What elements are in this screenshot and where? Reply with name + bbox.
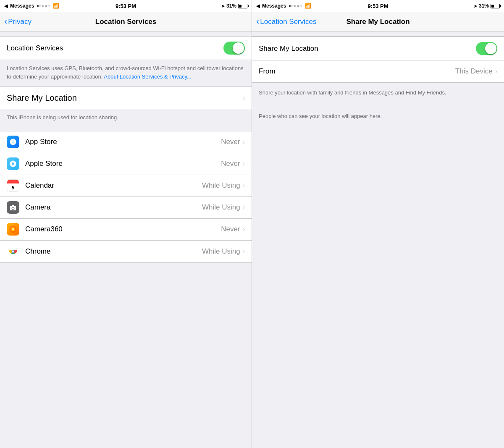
app-row-applestore[interactable]: Apple Store Never › xyxy=(0,153,252,175)
right-panel: Share My Location From This Device › Sha… xyxy=(252,32,504,448)
app-row-calendar[interactable]: 5 Calendar While Using › xyxy=(0,175,252,197)
appstore-icon xyxy=(7,136,19,148)
right-description-text-1: Share your location with family and frie… xyxy=(259,89,446,96)
left-battery-pct: 31% xyxy=(226,3,236,9)
app-permission-calendar: While Using xyxy=(202,181,240,190)
right-status-right-group: ➤ 31% xyxy=(474,3,500,9)
right-from-chevron: › xyxy=(495,68,497,75)
app-row-camera360[interactable]: Camera360 Never › xyxy=(0,219,252,241)
left-signal: ●○○○○ xyxy=(37,4,50,8)
right-share-location-label: Share My Location xyxy=(259,45,476,53)
right-wifi-icon: 📶 xyxy=(305,3,311,9)
share-my-location-note-block: This iPhone is being used for location s… xyxy=(0,109,252,128)
main-content: Location Services Location Services uses… xyxy=(0,32,504,448)
location-services-section: Location Services xyxy=(0,36,252,60)
right-share-location-section: Share My Location From This Device › xyxy=(252,36,504,83)
svg-point-2 xyxy=(12,228,14,231)
app-chevron-camera: › xyxy=(243,204,245,211)
left-location-icon: ➤ xyxy=(221,4,225,8)
app-permission-chrome: While Using xyxy=(202,247,240,256)
calendar-body: 5 xyxy=(7,183,19,191)
right-battery-icon xyxy=(491,4,500,8)
app-row-chrome[interactable]: Chrome While Using › xyxy=(0,241,252,262)
left-wifi-icon: 📶 xyxy=(53,3,59,9)
location-services-toggle[interactable] xyxy=(223,42,245,55)
right-people-text: People who can see your location will ap… xyxy=(259,113,382,119)
location-services-privacy-link[interactable]: About Location Services & Privacy... xyxy=(104,73,192,80)
app-icon-applestore xyxy=(7,157,19,170)
location-services-row[interactable]: Location Services xyxy=(0,37,252,60)
right-people-block: People who can see your location will ap… xyxy=(252,106,504,126)
status-bar: ◀ Messages ●○○○○ 📶 9:53 PM ➤ 31% ◀ Messa… xyxy=(0,0,504,12)
app-icon-appstore xyxy=(7,136,19,148)
app-permission-camera360: Never xyxy=(221,225,240,233)
calendar-icon: 5 xyxy=(7,179,19,192)
right-back-label: Location Services xyxy=(260,18,316,26)
left-section-gap-2 xyxy=(0,128,252,131)
right-from-label: From xyxy=(259,67,455,76)
share-my-location-section: Share My Location › xyxy=(0,86,252,109)
location-services-label: Location Services xyxy=(7,44,223,52)
messages-icon-left: ◀ xyxy=(4,3,8,9)
right-nav-bar: ‹ Location Services Share My Location xyxy=(252,12,504,32)
right-share-location-row[interactable]: Share My Location xyxy=(252,37,504,60)
camera-icon xyxy=(7,201,19,214)
app-name-appstore: App Store xyxy=(25,138,221,146)
right-back-chevron: ‹ xyxy=(256,17,259,26)
right-description-block-1: Share your location with family and frie… xyxy=(252,83,504,103)
app-row-appstore[interactable]: App Store Never › xyxy=(0,131,252,153)
app-chevron-chrome: › xyxy=(243,248,245,255)
share-my-location-row[interactable]: Share My Location › xyxy=(0,87,252,109)
nav-bars: ‹ Privacy Location Services ‹ Location S… xyxy=(0,12,504,32)
left-nav-bar: ‹ Privacy Location Services xyxy=(0,12,252,32)
right-location-icon: ➤ xyxy=(474,4,477,8)
right-status-bar: ◀ Messages ●○○○○ 📶 9:53 PM ➤ 31% xyxy=(252,0,504,12)
right-signal: ●○○○○ xyxy=(289,4,302,8)
right-app-name: Messages xyxy=(262,3,286,9)
left-section-gap-1 xyxy=(0,32,252,36)
app-list-section: App Store Never › Apple Store Never › xyxy=(0,131,252,263)
app-name-camera360: Camera360 xyxy=(25,225,221,233)
location-services-toggle-knob xyxy=(233,42,244,54)
left-panel: Location Services Location Services uses… xyxy=(0,32,252,448)
left-status-time: 9:53 PM xyxy=(116,3,136,9)
app-name-applestore: Apple Store xyxy=(25,160,221,168)
app-icon-camera xyxy=(7,201,19,214)
app-icon-calendar: 5 xyxy=(7,179,19,192)
share-my-location-label: Share My Location xyxy=(7,93,243,103)
right-back-button[interactable]: ‹ Location Services xyxy=(256,18,317,26)
left-status-right-group: ➤ 31% xyxy=(221,3,247,9)
applestore-icon xyxy=(7,157,19,170)
app-icon-chrome xyxy=(7,245,19,258)
app-icon-camera360 xyxy=(7,223,19,236)
right-section-gap-2 xyxy=(252,103,504,106)
share-my-location-note: This iPhone is being used for location s… xyxy=(7,114,118,121)
app-row-camera[interactable]: Camera While Using › xyxy=(0,197,252,219)
right-nav-title: Share My Location xyxy=(346,18,410,26)
right-battery-pct: 31% xyxy=(479,3,489,9)
right-share-location-toggle[interactable] xyxy=(476,42,497,55)
app-permission-camera: While Using xyxy=(202,203,240,212)
svg-point-6 xyxy=(12,250,14,252)
app-chevron-camera360: › xyxy=(243,225,245,233)
left-back-chevron: ‹ xyxy=(4,17,7,26)
left-status-left-group: ◀ Messages ●○○○○ 📶 xyxy=(4,3,59,9)
left-status-bar: ◀ Messages ●○○○○ 📶 9:53 PM ➤ 31% xyxy=(0,0,252,12)
left-nav-title: Location Services xyxy=(95,18,157,26)
left-app-name: Messages xyxy=(10,3,34,9)
right-status-time: 9:53 PM xyxy=(368,3,388,9)
chrome-icon xyxy=(7,245,19,258)
camera360-icon xyxy=(7,223,19,236)
left-battery-icon xyxy=(238,4,247,8)
right-from-row[interactable]: From This Device › xyxy=(252,60,504,82)
messages-icon-right: ◀ xyxy=(256,3,260,9)
left-back-button[interactable]: ‹ Privacy xyxy=(4,18,32,26)
app-chevron-appstore: › xyxy=(243,138,245,146)
left-back-label: Privacy xyxy=(8,18,32,26)
calendar-header xyxy=(7,180,19,183)
right-section-gap-1 xyxy=(252,32,504,36)
app-permission-appstore: Never xyxy=(221,138,240,146)
right-share-location-toggle-knob xyxy=(485,43,496,54)
app-name-calendar: Calendar xyxy=(25,181,202,190)
location-services-description-block: Location Services uses GPS, Bluetooth, a… xyxy=(0,60,252,86)
